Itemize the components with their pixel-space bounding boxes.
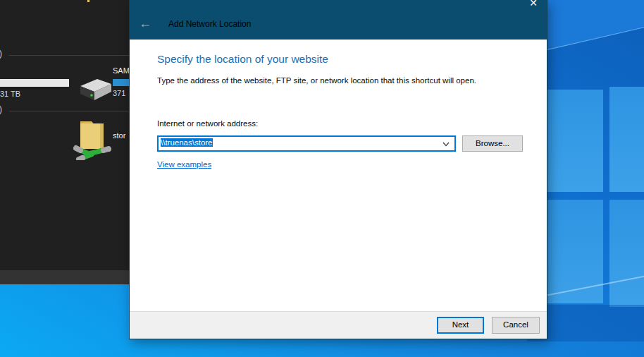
drive-name-label: SAM <box>113 66 129 75</box>
group-divider <box>9 111 129 111</box>
close-button[interactable]: ✕ <box>524 0 543 10</box>
address-value: \\truenas\store <box>161 138 213 147</box>
next-button[interactable]: Next <box>437 317 484 334</box>
explorer-status-bar <box>0 270 129 284</box>
close-icon: ✕ <box>529 0 538 8</box>
add-network-location-dialog: ← Add Network Location ✕ Specify the loc… <box>129 0 547 339</box>
cancel-button[interactable]: Cancel <box>492 317 540 334</box>
drive-capacity-label: 31 TB <box>0 90 20 98</box>
network-folder-icon <box>72 118 113 160</box>
drive-capacity-bar-blue <box>113 79 129 86</box>
back-button[interactable]: ← <box>136 15 154 32</box>
chevron-down-icon[interactable] <box>442 142 450 147</box>
back-arrow-icon: ← <box>139 16 151 30</box>
drive-capacity-bar <box>0 79 69 87</box>
wallpaper-window-pane <box>541 200 603 303</box>
page-heading: Specify the location of your website <box>157 53 328 66</box>
selected-text: \\truenas\store <box>161 138 213 147</box>
drive-detail-label: 371 <box>113 89 125 97</box>
address-combobox[interactable]: \\truenas\store <box>157 135 456 152</box>
clipped-folder-icon <box>87 0 89 2</box>
network-folder-label: stor <box>113 131 125 140</box>
devices-group-header: ) <box>0 49 2 59</box>
group-divider <box>9 55 129 56</box>
hard-drive-icon <box>76 75 114 107</box>
dialog-footer: Next Cancel <box>130 311 547 339</box>
dialog-title-bar: ← Add Network Location ✕ <box>130 0 547 40</box>
browse-button[interactable]: Browse... <box>462 135 523 152</box>
wallpaper-window-pane <box>609 87 644 192</box>
dialog-title: Add Network Location <box>168 19 251 29</box>
view-examples-link[interactable]: View examples <box>157 160 211 169</box>
network-group-header: ) <box>0 104 2 114</box>
file-explorer-window: ) 31 TB SAM 371 ) stor <box>0 0 129 284</box>
page-description: Type the address of the website, FTP sit… <box>157 76 476 85</box>
wallpaper-window-pane <box>609 200 644 307</box>
wallpaper-window-pane <box>541 90 603 192</box>
address-label: Internet or network address: <box>157 119 258 128</box>
dialog-content: Specify the location of your website Typ… <box>130 40 547 312</box>
